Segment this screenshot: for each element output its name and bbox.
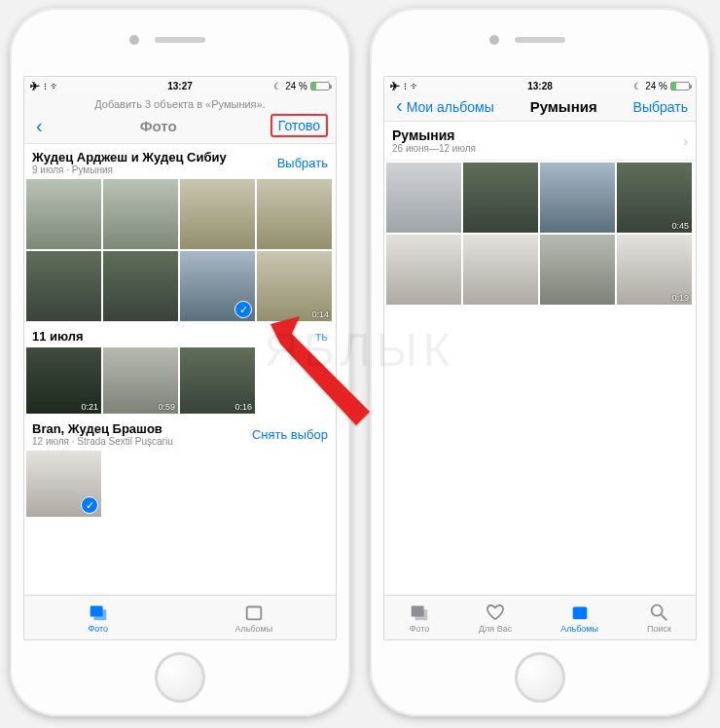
svg-rect-2	[246, 607, 261, 620]
add-to-album-banner: Добавить 3 объекта в «Румыния». ‹ Фото Г…	[24, 94, 336, 144]
photo-thumb[interactable]	[26, 251, 101, 321]
battery-icon	[310, 82, 330, 91]
video-duration: 0:59	[158, 402, 175, 412]
photo-thumb[interactable]	[540, 235, 615, 305]
status-time: 13:28	[527, 81, 553, 91]
video-thumb[interactable]: 0:45	[617, 163, 692, 233]
photo-thumb[interactable]: ✓	[26, 451, 101, 517]
photo-thumb[interactable]	[180, 179, 255, 249]
photo-thumb[interactable]	[386, 163, 461, 233]
svg-point-7	[652, 605, 663, 616]
photos-icon	[409, 601, 430, 623]
section-subtitle: 9 июля · Румыния	[32, 164, 227, 175]
video-duration: 0:21	[81, 402, 98, 412]
photo-thumb[interactable]	[463, 235, 538, 305]
svg-rect-5	[414, 609, 427, 620]
back-button[interactable]: ‹Мои альбомы	[392, 98, 494, 115]
battery-percent: 24 %	[645, 81, 667, 91]
section-select-button[interactable]: Выбрать	[277, 156, 328, 170]
video-thumb[interactable]: 0:19	[617, 235, 692, 305]
section-select-button[interactable]: ть	[315, 329, 328, 344]
svg-line-8	[662, 615, 667, 621]
photos-icon	[88, 601, 109, 623]
section-deselect-button[interactable]: Снять выбор	[252, 427, 328, 442]
status-bar: ✈ ⋮ ᯤ 13:27 ☾ 24 %	[24, 77, 336, 94]
moment-header[interactable]: Румыния 26 июня—12 июля ›	[384, 122, 696, 161]
video-thumb[interactable]: 0:16	[180, 347, 255, 414]
video-duration: 0:14	[311, 309, 329, 319]
photo-thumb[interactable]	[463, 163, 538, 233]
album-date-range: 26 июня—12 июля	[392, 143, 476, 154]
phone-right: ✈ ⋮ ᯤ 13:28 ☾ 24 % ‹Мои альбомы Румыния …	[370, 8, 710, 716]
tab-bar: Фото Альбомы	[24, 595, 336, 639]
video-duration: 0:45	[671, 221, 689, 231]
section-subtitle: 12 июля · Strada Sextil Pușcariu	[32, 436, 173, 447]
svg-rect-1	[93, 609, 106, 620]
phone-left: ✈ ⋮ ᯤ 13:27 ☾ 24 % Добавить 3 объекта в …	[10, 8, 350, 716]
photo-thumb[interactable]	[26, 179, 101, 249]
status-bar: ✈ ⋮ ᯤ 13:28 ☾ 24 %	[384, 77, 696, 94]
photo-thumb[interactable]: ✓	[180, 251, 255, 321]
video-thumb[interactable]: 0:14	[257, 251, 332, 321]
search-icon	[648, 601, 669, 623]
moon-icon: ☾	[633, 81, 642, 91]
moon-icon: ☾	[273, 81, 282, 91]
heart-icon	[485, 601, 506, 623]
section-title: Жудец Арджеш и Жудец Сибиу	[32, 150, 227, 164]
tab-photos[interactable]: Фото	[409, 601, 430, 634]
album-title: Румыния	[392, 127, 476, 143]
selected-check-icon: ✓	[81, 496, 98, 514]
back-button[interactable]: ‹	[32, 119, 47, 132]
video-thumb[interactable]: 0:21	[26, 347, 101, 414]
tab-search[interactable]: Поиск	[647, 601, 671, 634]
video-thumb[interactable]: 0:59	[103, 347, 178, 414]
chevron-right-icon: ›	[683, 133, 688, 149]
album-content[interactable]: Румыния 26 июня—12 июля › 0:45 0:19	[384, 122, 696, 595]
video-duration: 0:19	[671, 293, 689, 303]
albums-icon	[243, 601, 265, 623]
photo-thumb[interactable]	[257, 179, 332, 249]
photo-thumb[interactable]	[540, 163, 615, 233]
select-button[interactable]: Выбрать	[633, 99, 688, 115]
status-left-icons: ✈ ⋮ ᯤ	[30, 81, 60, 91]
done-button[interactable]: Готово	[270, 114, 328, 137]
photo-thumb[interactable]	[103, 251, 178, 321]
tab-albums[interactable]: Альбомы	[234, 601, 272, 634]
albums-icon	[569, 601, 591, 623]
nav-title: Фото	[140, 118, 177, 134]
photo-thumb[interactable]	[386, 235, 461, 305]
section-title: 11 июля	[32, 329, 84, 344]
photo-picker-content[interactable]: Жудец Арджеш и Жудец Сибиу 9 июля · Румы…	[24, 144, 336, 595]
nav-title: Румыния	[530, 98, 597, 115]
tab-albums[interactable]: Альбомы	[560, 601, 598, 634]
tab-foryou[interactable]: Для Вас	[479, 601, 512, 634]
home-button[interactable]	[155, 652, 205, 703]
status-left-icons: ✈ ⋮ ᯤ	[390, 81, 420, 91]
selected-check-icon: ✓	[234, 301, 252, 318]
battery-icon	[670, 82, 690, 91]
battery-percent: 24 %	[285, 81, 307, 91]
photo-thumb[interactable]	[103, 179, 178, 249]
status-time: 13:27	[167, 81, 193, 91]
tab-photos[interactable]: Фото	[88, 601, 109, 634]
home-button[interactable]	[515, 652, 565, 703]
tab-bar: Фото Для Вас Альбомы Поиск	[384, 595, 696, 639]
video-duration: 0:16	[234, 402, 252, 412]
svg-rect-6	[572, 607, 587, 620]
section-title: Bran, Жудец Брашов	[32, 421, 173, 436]
